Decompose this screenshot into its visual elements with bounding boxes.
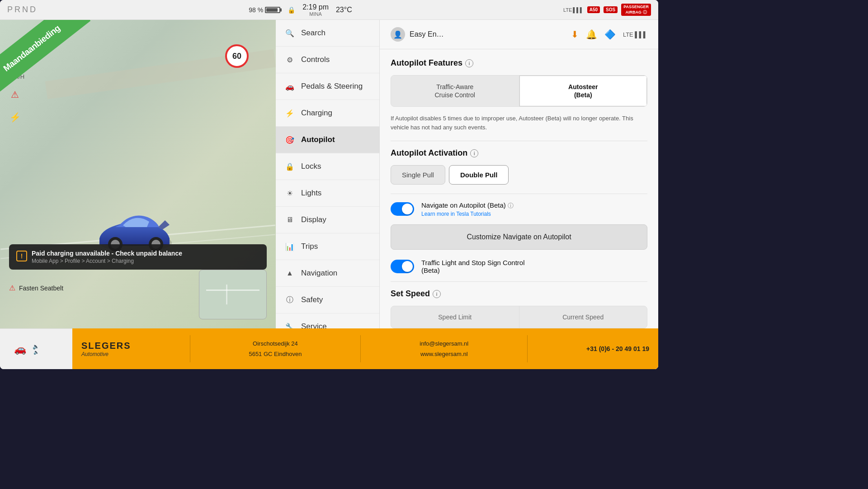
lte-signal-icon: LTE ▌▌▌ [623,31,647,38]
toggle-knob-1 [402,204,413,214]
service-icon: 🔧 [285,322,295,328]
sidebar-label-navigation: Navigation [301,269,337,278]
navigation-icon: ▲ [285,268,295,278]
car-status-icon[interactable]: 🚗 [9,338,31,360]
seatbelt-text: Fasten Seatbelt [19,285,63,292]
sidebar-item-navigation[interactable]: ▲ Navigation [276,260,379,287]
speaker-icon-group: 🔈 🔈 [33,343,39,355]
sidebar-label-service: Service [301,322,327,328]
set-speed-title: Set Speed i [391,289,647,299]
set-speed-info-icon[interactable]: i [433,290,441,298]
battery-bar [265,7,280,13]
sidebar: 🔍 Search ⚙ Controls 🚗 Pedals & Steering … [276,20,380,328]
sidebar-item-pedals[interactable]: 🚗 Pedals & Steering [276,73,379,100]
sidebar-item-charging[interactable]: ⚡ Charging [276,100,379,127]
trips-icon: 📊 [285,242,295,252]
dealer-banner: SLEGERS Automotive Oirschotsedijk 24 565… [72,328,658,369]
sos-badge: SOS [604,6,618,13]
sidebar-label-pedals: Pedals & Steering [301,82,363,91]
sidebar-label-charging: Charging [301,109,332,118]
traffic-light-label: Traffic Light and Stop Sign Control(Beta… [421,259,647,274]
customize-navigate-btn[interactable]: Customize Navigate on Autopilot [391,224,647,250]
sidebar-item-service[interactable]: 🔧 Service [276,313,379,328]
status-center: 98 % 🔒 2:19 pm MINA 23°C [249,3,352,17]
time-display: 2:19 pm [302,3,329,11]
speaker-sub-text: 🔈 [33,350,39,355]
lights-icon: ☀ [285,188,295,198]
traffic-cruise-btn[interactable]: Traffic-AwareCruise Control [391,76,519,106]
controls-icon: ⚙ [285,55,295,65]
sidebar-item-display[interactable]: 🖥 Display [276,207,379,233]
dealer-sub: Automotive [81,351,108,357]
sidebar-item-controls[interactable]: ⚙ Controls [276,47,379,73]
autopilot-features-info-icon[interactable]: i [465,59,473,67]
sidebar-label-lights: Lights [301,189,321,198]
seatbelt-icon: ⚠ [9,284,15,292]
sidebar-label-locks: Locks [301,162,321,171]
sidebar-item-safety[interactable]: ⓘ Safety [276,287,379,313]
taskbar-left: 🚗 🔈 🔈 [9,338,39,360]
status-bar: PRND 98 % 🔒 2:19 pm MINA 23°C LTE ▌▌▌ A5… [0,0,658,20]
bluetooth-icon[interactable]: 🔷 [604,29,616,40]
charging-menu-icon: ⚡ [285,108,295,118]
autopilot-features-title: Autopilot Features i [391,58,647,68]
speed-limit: 60 [225,44,249,68]
sidebar-item-locks[interactable]: 🔒 Locks [276,153,379,180]
sidebar-label-display: Display [301,215,326,224]
location-info: MINA [309,11,322,17]
content-body: Autopilot Features i Traffic-AwareCruise… [380,49,658,328]
dealer-logo: SLEGERS Automotive [81,341,131,357]
divider-3 [391,281,647,282]
search-icon: 🔍 [285,28,295,38]
download-icon[interactable]: ⬇ [571,29,579,40]
sidebar-label-safety: Safety [301,295,323,304]
single-pull-btn[interactable]: Single Pull [391,165,445,185]
main-screen: PRND 98 % 🔒 2:19 pm MINA 23°C LTE ▌▌▌ A5… [0,0,658,369]
current-speed-btn[interactable]: Current Speed [519,306,647,328]
warning-title: Paid charging unavailable - Check unpaid… [32,250,182,257]
sidebar-label-trips: Trips [301,242,318,251]
dealer-phone: +31 (0)6 - 20 49 01 19 [586,345,649,352]
double-pull-btn[interactable]: Double Pull [449,165,509,185]
pedals-icon: 🚗 [285,81,295,91]
sidebar-item-trips[interactable]: 📊 Trips [276,233,379,260]
sidebar-item-lights[interactable]: ☀ Lights [276,180,379,207]
autopilot-activation-info-icon[interactable]: i [470,149,478,157]
mini-road [206,290,259,291]
safety-icon: ⓘ [285,295,295,305]
speaker-sub-icon: 🔈 [33,343,39,350]
sidebar-label-autopilot: Autopilot [301,135,335,144]
navigate-autopilot-toggle[interactable] [391,202,414,216]
content-header: 👤 Easy En… ⬇ 🔔 🔷 LTE ▌▌▌ [380,20,658,49]
battery-fill [266,8,278,12]
seatbelt-warning: ⚠ Fasten Seatbelt [9,284,63,292]
promo-text: Maandaanbieding [1,23,62,74]
dealer-name: SLEGERS [81,341,131,351]
traffic-light-toggle[interactable] [391,260,414,273]
divider-1 [391,141,647,141]
promo-banner: Maandaanbieding [0,20,90,99]
warning-triangle-icon: ! [16,251,27,261]
toggle-knob-2 [402,261,413,272]
navigate-autopilot-subtitle[interactable]: Learn more in Tesla Tutorials [421,211,647,217]
notification-bell-icon[interactable]: 🔔 [586,29,597,40]
map-area: Maandaanbieding 0 KM/H ⚠ ⚡ 60 [0,20,276,328]
gear-indicator: PRND [7,5,38,14]
profile-name: Easy En… [410,30,444,38]
autopilot-feature-buttons: Traffic-AwareCruise Control Autosteer(Be… [391,75,647,107]
warning-subtitle: Mobile App > Profile > Account > Chargin… [32,258,182,264]
speed-limit-btn[interactable]: Speed Limit [391,306,519,328]
speed-option-buttons: Speed Limit Current Speed [391,306,647,328]
temp-display: 23°C [336,6,352,14]
sidebar-item-search[interactable]: 🔍 Search [276,20,379,47]
dealer-separator-3 [527,335,528,362]
autopilot-icon: 🎯 [285,135,295,145]
time-location: 2:19 pm MINA [302,3,329,17]
locks-icon: 🔒 [285,161,295,171]
sidebar-item-autopilot[interactable]: 🎯 Autopilot [276,127,379,153]
dealer-contact: info@slegersam.nl www.slegersam.nl [420,338,468,360]
dealer-separator-1 [190,335,190,362]
content-panel: 👤 Easy En… ⬇ 🔔 🔷 LTE ▌▌▌ Autopilot Featu… [380,20,658,328]
autosteer-btn[interactable]: Autosteer(Beta) [519,76,647,106]
navigate-autopilot-row: Navigate on Autopilot (Beta) ⓘ Learn mor… [391,201,647,217]
